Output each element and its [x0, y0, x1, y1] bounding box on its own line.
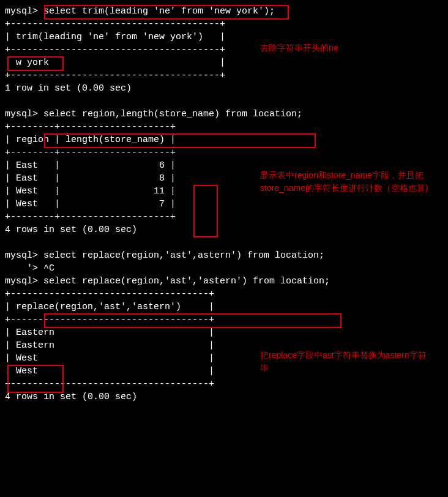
table-row: | w york | [5, 56, 443, 69]
separator: +--------------------------------------+ [5, 69, 443, 82]
prompt: mysql> [5, 276, 43, 286]
row-count: 4 rows in set (0.00 sec) [5, 390, 443, 403]
blank [5, 95, 443, 108]
separator: +--------+--------------------+ [5, 211, 443, 223]
annotation-2: 显示表中region和store_name字段，并且把store_name的字符… [260, 169, 431, 195]
prompt: mysql> [5, 250, 43, 261]
prompt-line-2: mysql> select region,length(store_name) … [5, 108, 443, 121]
blank [5, 236, 443, 249]
command-text: select region,length(store_name) from lo… [43, 109, 302, 119]
row-count: 1 row in set (0.00 sec) [5, 82, 443, 95]
prompt: mysql> [5, 109, 43, 119]
prompt-line-1: mysql> select trim(leading 'ne' from 'ne… [5, 5, 443, 18]
annotation-3: 把replace字段中ast字符串替换为astern字符串 [260, 349, 431, 375]
separator: +--------+--------------------+ [5, 121, 443, 133]
prompt-line-3b: '> ^C [5, 262, 443, 275]
prompt: mysql> [5, 6, 43, 17]
table-row: | West | 7 | [5, 198, 443, 211]
table-header: | replace(region,'ast','astern') | [5, 301, 443, 313]
separator: +------------------------------------+ [5, 288, 443, 301]
prompt-line-3a: mysql> select replace(region,'ast',aster… [5, 249, 443, 262]
table-header: | region | length(store_name) | [5, 133, 443, 146]
table-row: | Eastern | [5, 326, 443, 339]
separator: +------------------------------------+ [5, 313, 443, 326]
separator: +--------------------------------------+ [5, 18, 443, 31]
command-text: select replace(region,'ast','astern') fr… [43, 276, 330, 286]
separator: +--------+--------------------+ [5, 146, 443, 159]
command-text: select replace(region,'ast',astern') fro… [43, 250, 324, 261]
row-count: 4 rows in set (0.00 sec) [5, 223, 443, 236]
command-text: select trim(leading 'ne' from 'new york'… [43, 6, 275, 17]
annotation-1: 去除字符串开头的ne [260, 42, 383, 54]
prompt-line-4: mysql> select replace(region,'ast','aste… [5, 275, 443, 288]
separator: +------------------------------------+ [5, 378, 443, 390]
